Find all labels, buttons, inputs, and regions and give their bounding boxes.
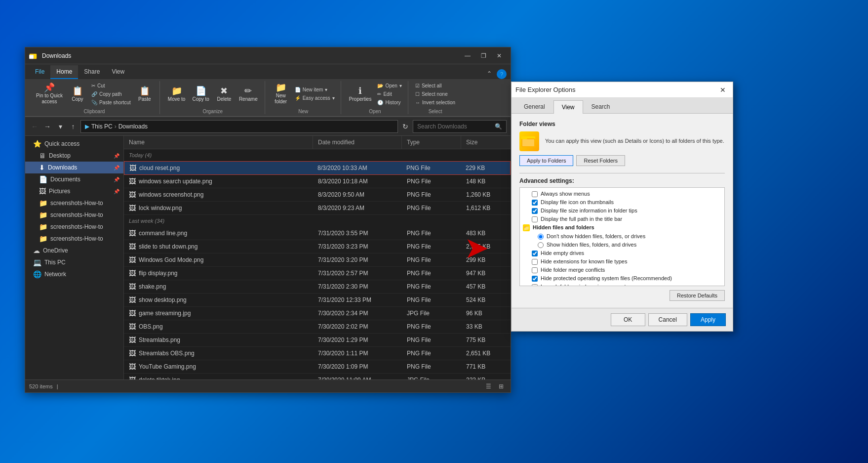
restore-defaults-button[interactable]: Restore Defaults	[670, 290, 725, 301]
select-none-button[interactable]: ☐ Select none	[413, 90, 457, 98]
nav-recent-button[interactable]: ▾	[55, 121, 66, 132]
display-file-size-checkbox[interactable]	[532, 208, 538, 214]
sidebar-item-thispc[interactable]: 💻 This PC	[25, 256, 123, 268]
file-row[interactable]: 🖼 slide to shut down.png 7/31/2020 3:23 …	[124, 240, 511, 253]
search-box[interactable]: 🔍	[413, 120, 507, 133]
display-file-icon-checkbox[interactable]	[532, 200, 538, 206]
tiles-view-button[interactable]: ⊞	[496, 382, 507, 391]
dont-show-hidden-label: Don't show hidden files, folders, or dri…	[547, 233, 645, 239]
apply-to-folders-button[interactable]: Apply to Folders	[519, 155, 573, 166]
sidebar-item-screenshots-1[interactable]: 📁 screenshots-How-to	[25, 197, 123, 209]
nav-back-button[interactable]: ←	[29, 121, 40, 132]
col-size[interactable]: Size	[461, 136, 511, 149]
tab-file[interactable]: File	[29, 65, 50, 79]
ok-button[interactable]: OK	[611, 313, 645, 326]
maximize-button[interactable]: ❐	[476, 50, 491, 61]
settings-list[interactable]: Always show menus Display file icon on t…	[519, 187, 725, 286]
col-type[interactable]: Type	[402, 136, 461, 149]
delete-button[interactable]: ✖ Delete	[213, 84, 235, 104]
always-show-menus-checkbox[interactable]	[532, 191, 538, 197]
details-view-button[interactable]: ☰	[483, 382, 494, 391]
tab-home[interactable]: Home	[50, 65, 78, 79]
file-row[interactable]: 🖼 cloud reset.png 8/3/2020 10:33 AM PNG …	[124, 161, 511, 175]
dialog-tab-view[interactable]: View	[553, 100, 583, 114]
address-path[interactable]: ▶ This PC › Downloads	[80, 120, 398, 133]
new-group: 📁 Newfolder 📄 New item ▾ ⚡ Easy access ▾	[266, 81, 341, 114]
file-row[interactable]: 🖼 Windows God Mode.png 7/31/2020 3:20 PM…	[124, 253, 511, 267]
file-row[interactable]: 🖼 lock window.png 8/3/2020 9:23 AM PNG F…	[124, 202, 511, 215]
copy-path-button[interactable]: 🔗 Copy path	[89, 90, 133, 98]
sidebar-item-screenshots-2[interactable]: 📁 screenshots-How-to	[25, 209, 123, 221]
properties-button[interactable]: ℹ Properties	[346, 84, 375, 104]
file-row[interactable]: 🖼 flip display.png 7/31/2020 2:57 PM PNG…	[124, 267, 511, 280]
open-button[interactable]: 📂 Open ▾	[375, 82, 403, 89]
select-all-button[interactable]: ☑ Select all	[413, 82, 457, 89]
hide-extensions-checkbox[interactable]	[532, 259, 538, 265]
file-row[interactable]: 🖼 OBS.png 7/30/2020 2:02 PM PNG File 33 …	[124, 320, 511, 334]
history-button[interactable]: 🕐 History	[375, 99, 403, 106]
sidebar-item-downloads[interactable]: ⬇ Downloads 📌	[25, 162, 123, 173]
show-hidden-radio[interactable]	[538, 242, 544, 248]
sidebar-item-onedrive[interactable]: ☁ OneDrive	[25, 245, 123, 256]
cut-button[interactable]: ✂ Cut	[89, 82, 133, 89]
col-name[interactable]: Name	[124, 136, 313, 149]
paste-button[interactable]: 📋 Paste	[134, 84, 156, 104]
organize-label: Organize	[202, 108, 223, 114]
launch-separate-process-checkbox[interactable]	[532, 284, 538, 286]
properties-icon: ℹ	[358, 86, 362, 95]
rename-button[interactable]: ✏ Rename	[236, 84, 261, 104]
reset-folders-button[interactable]: Reset Folders	[576, 155, 625, 166]
copy-button[interactable]: 📋 Copy	[67, 84, 88, 104]
file-row[interactable]: 🖼 windows screenshot.png 8/3/2020 9:50 A…	[124, 188, 511, 202]
sidebar-item-network[interactable]: 🌐 Network	[25, 268, 123, 280]
pin-quick-access-button[interactable]: 📌 Pin to Quickaccess	[33, 81, 66, 107]
new-folder-button[interactable]: 📁 Newfolder	[270, 81, 292, 107]
file-row[interactable]: 🖼 windows search update.png 8/3/2020 10:…	[124, 175, 511, 188]
refresh-button[interactable]: ↻	[400, 121, 411, 132]
new-item-button[interactable]: 📄 New item ▾	[293, 86, 337, 93]
folder-view-buttons: Apply to Folders Reset Folders	[519, 155, 725, 166]
tab-view[interactable]: View	[106, 65, 130, 79]
dialog-close-button[interactable]: ✕	[717, 84, 729, 96]
sidebar-item-documents[interactable]: 📄 Documents 📌	[25, 173, 123, 185]
minimize-button[interactable]: —	[460, 50, 475, 61]
documents-label: Documents	[50, 176, 80, 183]
dont-show-hidden-radio[interactable]	[538, 234, 544, 240]
display-full-path-checkbox[interactable]	[532, 216, 538, 222]
ribbon-collapse-btn[interactable]: ⌃	[482, 68, 497, 79]
tab-share[interactable]: Share	[78, 65, 106, 79]
file-row[interactable]: 🖼 delete tiktok.jpg 7/30/2020 11:09 AM J…	[124, 374, 511, 379]
sidebar-item-screenshots-3[interactable]: 📁 screenshots-How-to	[25, 221, 123, 233]
sidebar-item-desktop[interactable]: 🖥 Desktop 📌	[25, 150, 123, 162]
copy-to-button[interactable]: 📄 Copy to	[189, 84, 212, 104]
file-row[interactable]: 🖼 Streamlabs OBS.png 7/30/2020 1:11 PM P…	[124, 347, 511, 360]
dialog-tab-general[interactable]: General	[515, 100, 553, 113]
hide-protected-checkbox[interactable]	[532, 276, 538, 282]
edit-button[interactable]: ✏ Edit	[375, 90, 403, 98]
nav-forward-button[interactable]: →	[42, 121, 53, 132]
close-button[interactable]: ✕	[492, 50, 507, 61]
file-row[interactable]: 🖼 shake.png 7/31/2020 2:30 PM PNG File 4…	[124, 280, 511, 294]
dialog-tab-search[interactable]: Search	[583, 100, 619, 113]
sidebar-item-screenshots-4[interactable]: 📁 screenshots-How-to	[25, 233, 123, 245]
apply-button[interactable]: Apply	[690, 313, 726, 326]
file-row[interactable]: 🖼 Streamlabs.png 7/30/2020 1:29 PM PNG F…	[124, 334, 511, 347]
help-btn[interactable]: ?	[497, 69, 507, 79]
easy-access-button[interactable]: ⚡ Easy access ▾	[293, 94, 337, 102]
paste-shortcut-button[interactable]: 📎 Paste shortcut	[89, 99, 133, 106]
file-row[interactable]: 🖼 game streaming.jpg 7/30/2020 2:34 PM J…	[124, 307, 511, 320]
file-row[interactable]: 🖼 show desktop.png 7/31/2020 12:33 PM PN…	[124, 294, 511, 307]
sidebar-item-pictures[interactable]: 🖼 Pictures 📌	[25, 185, 123, 197]
search-input[interactable]	[417, 123, 493, 130]
sidebar-item-quick-access[interactable]: ⭐ Quick access	[25, 138, 123, 150]
hide-extensions-label: Hide extensions for known file types	[541, 258, 627, 264]
file-row[interactable]: 🖼 command line.png 7/31/2020 3:55 PM PNG…	[124, 227, 511, 240]
hide-merge-conflicts-checkbox[interactable]	[532, 267, 538, 273]
cancel-button[interactable]: Cancel	[648, 313, 687, 326]
file-row[interactable]: 🖼 YouTube Gaming.png 7/30/2020 1:09 PM P…	[124, 360, 511, 374]
nav-up-button[interactable]: ↑	[68, 121, 79, 132]
move-to-button[interactable]: 📁 Move to	[165, 84, 189, 104]
col-date[interactable]: Date modified	[313, 136, 402, 149]
invert-selection-button[interactable]: ↔ Invert selection	[413, 99, 457, 106]
hide-empty-drives-checkbox[interactable]	[532, 251, 538, 256]
